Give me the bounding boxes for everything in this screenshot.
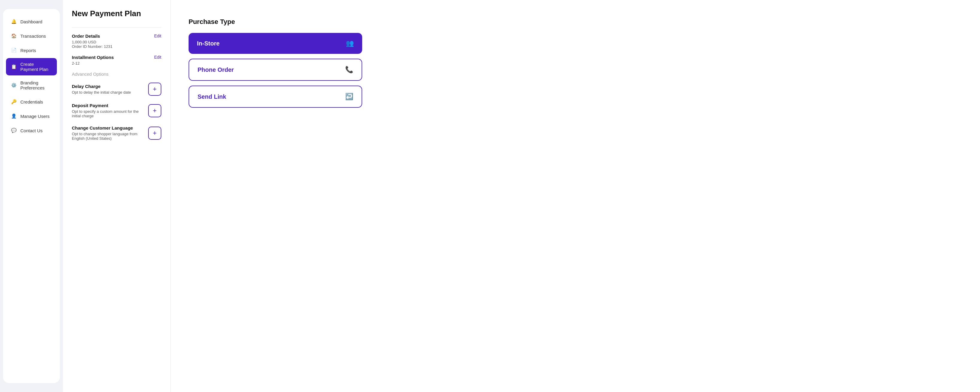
purchase-option-icon-send-link: ↩️ <box>345 93 353 100</box>
sidebar-item-credentials[interactable]: 🔑Credentials <box>6 95 57 108</box>
sidebar-label-branding-preferences: Branding Preferences <box>21 80 52 90</box>
advanced-option-deposit-payment: Deposit PaymentOpt to specify a custom a… <box>72 103 161 118</box>
sidebar: 🔔Dashboard🏠Transactions📄Reports📋Create P… <box>0 0 63 392</box>
main-content: New Payment Plan Order Details 1,000.00 … <box>63 0 980 392</box>
sidebar-label-transactions: Transactions <box>21 33 46 39</box>
advanced-option-change-customer-language: Change Customer LanguageOpt to change sh… <box>72 125 161 141</box>
advanced-option-info-delay-charge: Delay ChargeOpt to delay the initial cha… <box>72 84 131 95</box>
sidebar-label-contact-us: Contact Us <box>21 128 43 133</box>
advanced-option-desc-delay-charge: Opt to delay the initial charge date <box>72 90 131 95</box>
advanced-option-desc-deposit-payment: Opt to specify a custom amount for the i… <box>72 109 148 118</box>
left-panel: New Payment Plan Order Details 1,000.00 … <box>63 0 170 392</box>
advanced-option-plus-deposit-payment[interactable]: + <box>148 104 161 117</box>
purchase-option-icon-phone-order: 📞 <box>345 66 353 74</box>
purchase-option-icon-in-store: 👥 <box>346 40 354 47</box>
sidebar-label-create-payment-plan: Create Payment Plan <box>21 62 52 72</box>
sidebar-icon-manage-users: 👤 <box>11 113 17 119</box>
right-panel: Purchase Type In-Store👥Phone Order📞Send … <box>170 0 980 392</box>
purchase-option-label-send-link: Send Link <box>197 94 226 100</box>
purchase-option-label-in-store: In-Store <box>197 40 220 47</box>
sidebar-item-branding-preferences[interactable]: ⚙️Branding Preferences <box>6 76 57 94</box>
advanced-option-title-change-customer-language: Change Customer Language <box>72 125 148 130</box>
sidebar-icon-dashboard: 🔔 <box>11 19 17 25</box>
advanced-option-plus-delay-charge[interactable]: + <box>148 83 161 96</box>
sidebar-inner: 🔔Dashboard🏠Transactions📄Reports📋Create P… <box>3 9 60 383</box>
order-details-section: Order Details 1,000.00 USD Order ID Numb… <box>72 33 161 49</box>
installment-options-value: 2-12 <box>72 61 114 65</box>
installment-options-label: Installment Options <box>72 55 114 60</box>
sidebar-icon-credentials: 🔑 <box>11 99 17 105</box>
sidebar-item-reports[interactable]: 📄Reports <box>6 44 57 57</box>
sidebar-label-credentials: Credentials <box>21 99 43 105</box>
order-details-id: Order ID Number: 1231 <box>72 44 113 49</box>
order-details-info: Order Details 1,000.00 USD Order ID Numb… <box>72 33 113 49</box>
installment-options-section: Installment Options 2-12 Edit <box>72 55 161 65</box>
sidebar-label-manage-users: Manage Users <box>21 114 50 119</box>
page-title: New Payment Plan <box>72 9 161 18</box>
sidebar-label-reports: Reports <box>21 48 36 53</box>
purchase-options-container: In-Store👥Phone Order📞Send Link↩️ <box>189 33 362 108</box>
sidebar-icon-create-payment-plan: 📋 <box>11 64 17 70</box>
advanced-option-title-deposit-payment: Deposit Payment <box>72 103 148 108</box>
advanced-option-info-change-customer-language: Change Customer LanguageOpt to change sh… <box>72 125 148 141</box>
purchase-option-in-store[interactable]: In-Store👥 <box>189 33 362 54</box>
order-details-amount: 1,000.00 USD <box>72 40 113 44</box>
purchase-option-send-link[interactable]: Send Link↩️ <box>189 86 362 108</box>
order-details-edit-link[interactable]: Edit <box>154 33 161 38</box>
sidebar-item-contact-us[interactable]: 💬Contact Us <box>6 124 57 137</box>
advanced-option-desc-change-customer-language: Opt to change shopper language from Engl… <box>72 132 148 141</box>
advanced-option-info-deposit-payment: Deposit PaymentOpt to specify a custom a… <box>72 103 148 118</box>
sidebar-item-manage-users[interactable]: 👤Manage Users <box>6 110 57 123</box>
sidebar-icon-contact-us: 💬 <box>11 127 17 133</box>
purchase-option-label-phone-order: Phone Order <box>197 67 234 73</box>
purchase-type-title: Purchase Type <box>189 18 962 26</box>
purchase-option-phone-order[interactable]: Phone Order📞 <box>189 59 362 81</box>
advanced-option-plus-change-customer-language[interactable]: + <box>148 127 161 140</box>
advanced-options-title: Advanced Options <box>72 71 161 76</box>
sidebar-item-create-payment-plan[interactable]: 📋Create Payment Plan <box>6 58 57 75</box>
sidebar-icon-transactions: 🏠 <box>11 33 17 39</box>
sidebar-label-dashboard: Dashboard <box>21 19 42 24</box>
advanced-option-title-delay-charge: Delay Charge <box>72 84 131 89</box>
advanced-option-delay-charge: Delay ChargeOpt to delay the initial cha… <box>72 83 161 96</box>
installment-options-info: Installment Options 2-12 <box>72 55 114 65</box>
advanced-options-container: Delay ChargeOpt to delay the initial cha… <box>72 83 161 141</box>
sidebar-item-transactions[interactable]: 🏠Transactions <box>6 29 57 43</box>
sidebar-item-dashboard[interactable]: 🔔Dashboard <box>6 15 57 28</box>
installment-options-edit-link[interactable]: Edit <box>154 55 161 60</box>
sidebar-icon-reports: 📄 <box>11 47 17 53</box>
sidebar-icon-branding-preferences: ⚙️ <box>11 82 17 88</box>
order-details-label: Order Details <box>72 33 113 39</box>
